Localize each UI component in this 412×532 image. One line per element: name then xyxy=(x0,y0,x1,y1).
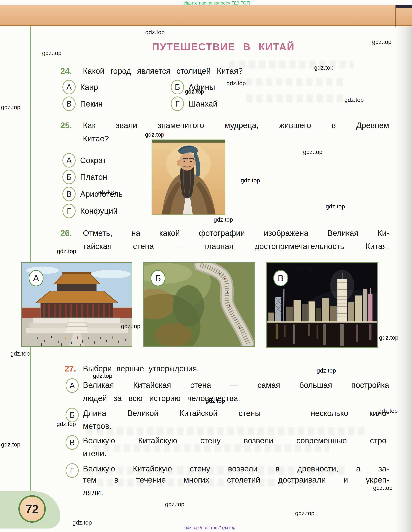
showthrough-ghost xyxy=(94,444,329,452)
question-27-number: 27. xyxy=(65,364,76,373)
q25-option-b: Б Платон xyxy=(62,170,107,184)
q24-option-g-label: Шанхай xyxy=(188,99,217,108)
question-24-text: Какой город является столицей Китая? xyxy=(83,66,243,76)
watermark: gdz.top xyxy=(317,367,336,374)
watermark: gdz.top xyxy=(42,50,62,57)
watermark: gdz.top xyxy=(372,38,392,45)
watermark: gdz.top xyxy=(378,408,398,414)
watermark: gdz.top xyxy=(314,64,334,71)
photo-b-letter-badge: Б xyxy=(150,270,165,286)
photo-a-forbidden-city: А xyxy=(21,262,132,347)
question-27-text: Выбери верные утверждения. xyxy=(83,364,199,373)
question-25-number: 25. xyxy=(60,121,72,130)
watermark: gdz.top xyxy=(121,323,140,330)
watermark: gdz.top xyxy=(10,350,30,357)
watermark: gdz.top xyxy=(96,189,116,195)
q27-option-g-circle: Г xyxy=(66,463,79,478)
watermark: gdz.top xyxy=(57,248,76,255)
q25-option-v-circle: В xyxy=(62,187,75,201)
page-title: ПУТЕШЕСТВИЕ В КИТАЙ xyxy=(104,41,343,53)
top-promo-text: Ищите нас по запросу ГДЗ ТОП xyxy=(139,0,295,6)
page-number: 72 xyxy=(26,502,39,516)
q24-option-v: В Пекин xyxy=(62,96,103,111)
watermark: gdz.top xyxy=(145,131,164,138)
watermark: gdz.top xyxy=(344,96,364,103)
q24-option-v-circle: В xyxy=(62,96,75,111)
footer-watermark: gdz top // гдз топ // гдз top xyxy=(175,525,244,530)
q27-option-g-line2: тем в течение многих столетий достраивал… xyxy=(83,475,389,484)
q27-option-v-circle: В xyxy=(66,435,79,450)
showthrough-ghost xyxy=(246,95,343,102)
question-24-number: 24. xyxy=(60,66,72,76)
page-edge-shadow xyxy=(396,26,412,532)
q27-option-g-line1: Великую Китайскую стену возвели в древно… xyxy=(83,464,389,473)
watermark: gdz.top xyxy=(214,216,233,223)
q24-option-a-circle: А xyxy=(62,80,75,95)
q27-option-a-circle: А xyxy=(66,378,79,393)
question-25-line2: Китае? xyxy=(83,134,109,143)
showthrough-ghost xyxy=(229,61,354,68)
watermark: gdz.top xyxy=(241,177,260,184)
q24-option-b-circle: Б xyxy=(171,80,184,95)
watermark: gdz.top xyxy=(1,441,20,448)
q27-option-b-line1: Длина Великой Китайской стены — нескольк… xyxy=(83,408,389,418)
photo-b-great-wall: Б xyxy=(143,262,255,347)
question-26-number: 26. xyxy=(60,228,72,238)
question-26-line2: тайская стена — главная достопримечатель… xyxy=(83,242,389,251)
watermark: gdz.top xyxy=(226,80,246,86)
q27-option-v-line2: ители. xyxy=(83,449,106,458)
q27-option-b-line2: метров. xyxy=(83,421,112,431)
photo-v-letter-badge: В xyxy=(273,270,288,286)
q24-option-a-label: Каир xyxy=(80,82,98,92)
confucius-portrait xyxy=(151,140,225,215)
watermark: gdz.top xyxy=(295,265,314,272)
q25-option-b-label: Платон xyxy=(80,172,107,182)
watermark: gdz.top xyxy=(379,334,398,341)
q24-option-g: Г Шанхай xyxy=(171,96,217,111)
q25-option-b-circle: Б xyxy=(62,170,75,184)
q25-option-g-label: Конфуций xyxy=(80,206,118,216)
watermark: gdz.top xyxy=(206,397,225,404)
photo-v-night-city: В xyxy=(266,262,378,348)
q24-option-v-label: Пекин xyxy=(80,99,103,108)
q27-option-a-line1: Великая Китайская стена — самая большая … xyxy=(83,380,389,390)
q27-option-b-circle: Б xyxy=(66,408,79,422)
q25-option-g: Г Конфуций xyxy=(62,204,118,218)
question-25-line1: Как звали знаменитого мудреца, жившего в… xyxy=(83,121,389,130)
watermark: gdz.top xyxy=(145,29,165,36)
page-spine-line xyxy=(395,5,396,27)
confucius-painting-image xyxy=(152,140,225,214)
q25-option-g-circle: Г xyxy=(62,204,75,218)
watermark: gdz.top xyxy=(373,484,393,491)
watermark: gdz.top xyxy=(326,203,345,210)
q25-option-a-label: Сократ xyxy=(80,156,106,165)
showthrough-ghost xyxy=(236,78,347,86)
watermark: gdz.top xyxy=(1,104,20,111)
photo-a-letter-badge: А xyxy=(29,270,44,286)
watermark: gdz.top xyxy=(73,519,92,526)
q25-option-a-circle: А xyxy=(62,153,75,168)
watermark: gdz.top xyxy=(56,421,76,427)
q24-option-a: А Каир xyxy=(62,80,98,95)
question-26-line1: Отметь, на какой фотографии изображена В… xyxy=(83,228,389,238)
watermark: gdz.top xyxy=(295,510,315,517)
adjacent-page-corner xyxy=(396,5,412,8)
showthrough-ghost xyxy=(87,427,368,435)
q25-option-a: А Сократ xyxy=(62,153,106,168)
watermark: gdz.top xyxy=(165,501,185,508)
watermark: gdz.top xyxy=(185,88,204,95)
margin-line xyxy=(30,26,31,495)
page-number-badge: 72 xyxy=(18,495,46,523)
watermark: gdz.top xyxy=(93,372,112,379)
scanned-workbook-page: Ищите нас по запросу ГДЗ ТОП 72 ПУТЕШЕСТ… xyxy=(0,0,412,532)
q27-option-v-line1: Великую Китайскую стену возвели современ… xyxy=(83,436,389,445)
q27-option-g-line3: ляли. xyxy=(83,488,103,497)
watermark: gdz.top xyxy=(303,149,323,155)
q24-option-g-circle: Г xyxy=(171,96,184,111)
header-band xyxy=(0,5,412,26)
